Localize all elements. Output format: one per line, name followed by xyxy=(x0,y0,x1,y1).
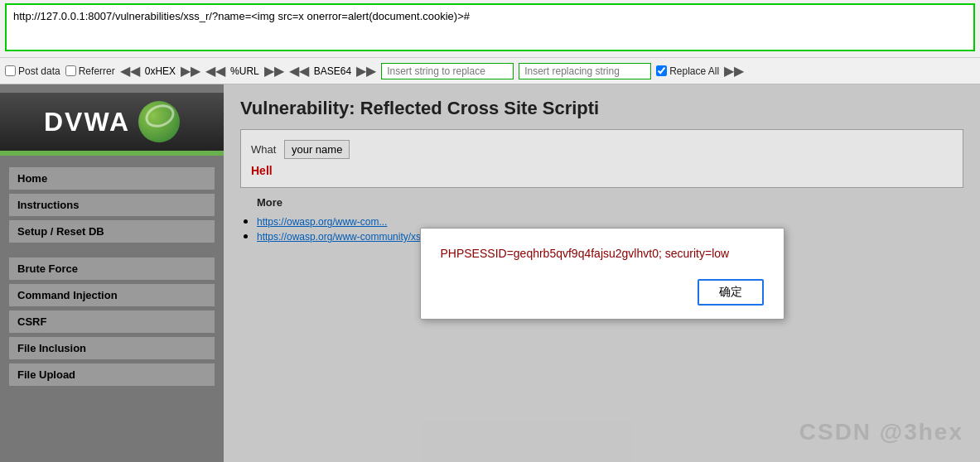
url-input[interactable]: http://127.0.0.1:8007/vulnerabilities/xs… xyxy=(5,3,975,51)
url-right-arrow-icon: ▶▶ xyxy=(264,63,284,79)
post-data-checkbox[interactable] xyxy=(5,65,16,76)
dvwa-circle-icon xyxy=(138,101,180,142)
base64-right-arrow-icon: ▶▶ xyxy=(356,63,376,79)
hex-label: 0xHEX xyxy=(145,65,176,77)
referrer-checkbox[interactable] xyxy=(65,65,76,76)
replace-all-label: Replace All xyxy=(669,65,719,77)
referrer-label: Referrer xyxy=(79,65,115,77)
dialog-message-text: PHPSESSID=geqhrb5qvf9q4fajsu2gvlhvt0; se… xyxy=(441,247,730,260)
post-data-item: Post data xyxy=(5,65,60,77)
url-bar-container: http://127.0.0.1:8007/vulnerabilities/xs… xyxy=(0,0,980,58)
dvwa-logo: DVWA xyxy=(44,101,180,142)
sidebar-item-instructions[interactable]: Instructions xyxy=(8,193,215,217)
sidebar-item-home[interactable]: Home xyxy=(8,166,215,190)
hex-left-arrow-icon: ◀◀ xyxy=(120,63,140,79)
sidebar-item-brute-force[interactable]: Brute Force xyxy=(8,257,215,281)
sidebar-item-setup-reset-db[interactable]: Setup / Reset DB xyxy=(8,219,215,243)
url-left-arrow-icon: ◀◀ xyxy=(205,63,225,79)
url-label: %URL xyxy=(230,65,259,77)
dialog-ok-button[interactable]: 确定 xyxy=(698,279,764,306)
insert-string-input[interactable] xyxy=(381,63,514,79)
alert-dialog: PHPSESSID=geqhrb5qvf9q4fajsu2gvlhvt0; se… xyxy=(420,228,784,320)
sidebar-item-command-injection[interactable]: Command Injection xyxy=(8,283,215,307)
sidebar-item-file-upload[interactable]: File Upload xyxy=(8,363,215,387)
right-content: Vulnerability: Reflected Cross Site Scri… xyxy=(224,84,980,462)
dialog-footer: 确定 xyxy=(441,279,764,306)
hex-right-arrow-icon: ▶▶ xyxy=(181,63,200,79)
sidebar-item-csrf[interactable]: CSRF xyxy=(8,310,215,334)
main-content: DVWA Home Instructions Setup / Reset DB … xyxy=(0,84,980,462)
dialog-overlay: PHPSESSID=geqhrb5qvf9q4fajsu2gvlhvt0; se… xyxy=(224,84,980,462)
sidebar-item-file-inclusion[interactable]: File Inclusion xyxy=(8,336,215,360)
base64-left-arrow-icon: ◀◀ xyxy=(289,63,309,79)
dvwa-header: DVWA xyxy=(0,93,224,151)
nav-divider-top xyxy=(0,156,224,164)
sidebar: DVWA Home Instructions Setup / Reset DB … xyxy=(0,84,224,462)
dialog-message: PHPSESSID=geqhrb5qvf9q4fajsu2gvlhvt0; se… xyxy=(441,245,764,262)
toolbar: Post data Referrer ◀◀ 0xHEX ▶▶ ◀◀ %URL ▶… xyxy=(0,58,980,84)
dvwa-text: DVWA xyxy=(44,107,130,137)
post-data-label: Post data xyxy=(18,65,60,77)
replace-all-checkbox[interactable] xyxy=(656,65,667,76)
base64-label: BASE64 xyxy=(314,65,351,77)
replace-right-arrow-icon: ▶▶ xyxy=(724,63,744,79)
replace-all-item: Replace All xyxy=(656,65,719,77)
insert-replacing-input[interactable] xyxy=(519,63,651,79)
referrer-item: Referrer xyxy=(65,65,115,77)
nav-divider-mid xyxy=(0,246,224,254)
